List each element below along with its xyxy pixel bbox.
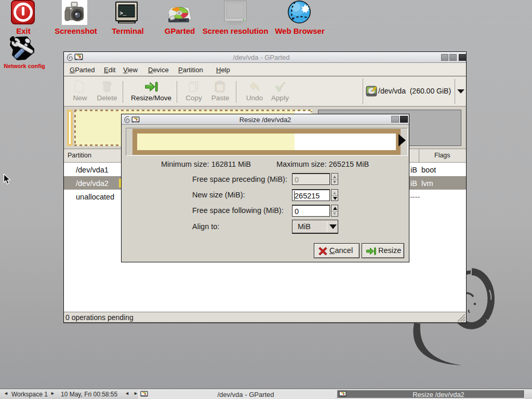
svg-text:>_: >_ bbox=[119, 10, 127, 17]
